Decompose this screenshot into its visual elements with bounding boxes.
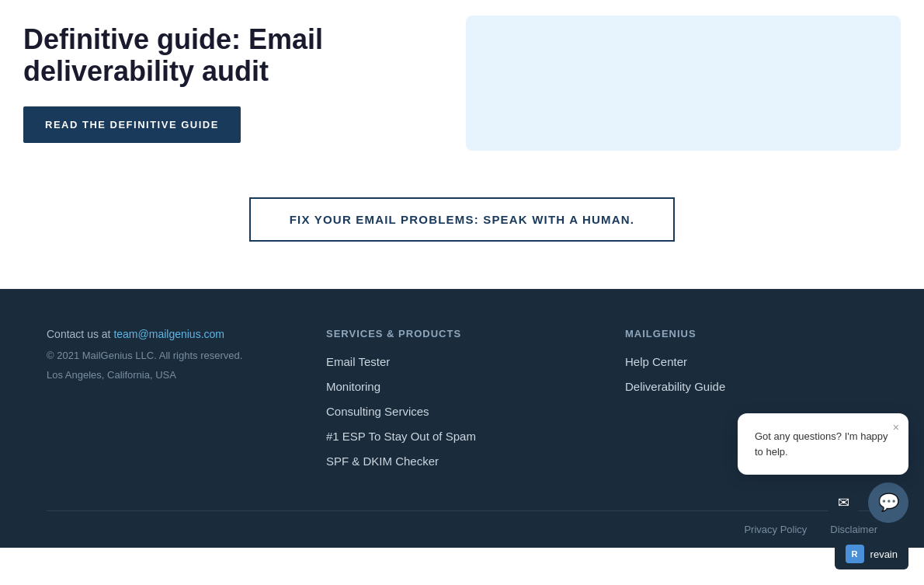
list-item: SPF & DKIM Checker (326, 454, 578, 468)
revain-icon-text: R (852, 549, 858, 559)
guide-image-placeholder (466, 16, 901, 151)
footer-left-col: Contact us at team@mailgenius.com © 2021… (47, 328, 280, 479)
list-item: Email Tester (326, 355, 578, 369)
fix-email-button[interactable]: FIX YOUR EMAIL PROBLEMS: SPEAK WITH A HU… (249, 197, 675, 242)
email-tester-link[interactable]: Email Tester (326, 355, 390, 368)
chat-icon-wrapper: ✉ 💬 (738, 482, 908, 523)
chat-bubble: × Got any questions? I'm happy to help. (738, 413, 908, 475)
footer-services-col: Services & Products Email Tester Monitor… (326, 328, 578, 479)
deliverability-guide-link[interactable]: Deliverability Guide (625, 380, 725, 393)
guide-content: Definitive guide: Email deliverability a… (23, 16, 450, 151)
services-col-title: Services & Products (326, 328, 578, 340)
contact-email-link[interactable]: team@mailgenius.com (113, 328, 224, 340)
list-item: Deliverability Guide (625, 380, 877, 394)
consulting-services-link[interactable]: Consulting Services (326, 405, 429, 418)
chat-open-button[interactable]: 💬 (868, 482, 908, 523)
help-center-link[interactable]: Help Center (625, 355, 687, 368)
disclaimer-link[interactable]: Disclaimer (830, 524, 877, 535)
message-icon: ✉ (838, 494, 849, 511)
services-list: Email Tester Monitoring Consulting Servi… (326, 355, 578, 468)
contact-prefix: Contact us at (47, 328, 111, 340)
chat-bubble-text: Got any questions? I'm happy to help. (755, 429, 891, 459)
spf-dkim-link[interactable]: SPF & DKIM Checker (326, 454, 439, 468)
read-guide-button[interactable]: READ THE DEFINITIVE GUIDE (23, 106, 241, 143)
chat-icon: 💬 (878, 493, 899, 513)
guide-title: Definitive guide: Email deliverability a… (23, 23, 450, 88)
esp-link[interactable]: #1 ESP To Stay Out of Spam (326, 430, 476, 443)
mailgenius-col-title: MailGenius (625, 328, 877, 340)
revain-label: revain (870, 548, 898, 560)
list-item: Monitoring (326, 380, 578, 394)
list-item: Help Center (625, 355, 877, 369)
list-item: Consulting Services (326, 405, 578, 419)
revain-badge[interactable]: R revain (835, 538, 908, 569)
footer-contact: Contact us at team@mailgenius.com (47, 328, 280, 340)
banner-section: FIX YOUR EMAIL PROBLEMS: SPEAK WITH A HU… (0, 182, 924, 289)
top-section: Definitive guide: Email deliverability a… (0, 0, 924, 182)
list-item: #1 ESP To Stay Out of Spam (326, 430, 578, 444)
revain-icon: R (846, 545, 864, 563)
chat-message-button[interactable]: ✉ (826, 486, 860, 520)
privacy-policy-link[interactable]: Privacy Policy (744, 524, 807, 535)
footer-location: Los Angeles, California, USA (47, 369, 280, 381)
monitoring-link[interactable]: Monitoring (326, 380, 380, 393)
footer-copyright: © 2021 MailGenius LLC. All rights reserv… (47, 350, 280, 361)
chat-widget: × Got any questions? I'm happy to help. … (738, 413, 908, 523)
mailgenius-list: Help Center Deliverability Guide (625, 355, 877, 394)
chat-close-button[interactable]: × (893, 421, 899, 434)
